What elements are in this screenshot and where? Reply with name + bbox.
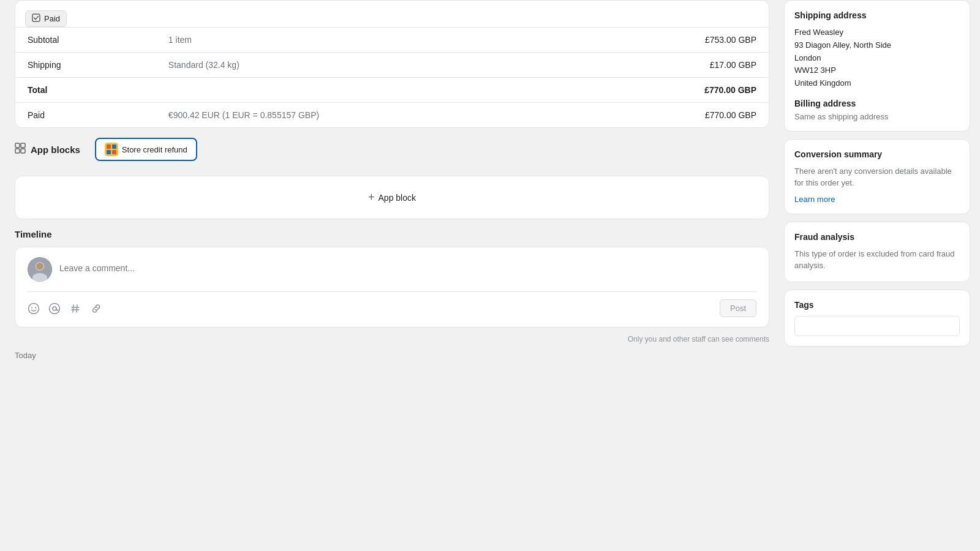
payment-table: Subtotal 1 item £753.00 GBP Shipping Sta…: [15, 27, 769, 127]
avatar: [28, 257, 52, 282]
shipping-address-card: Shipping address Fred Weasley 93 Diagon …: [784, 0, 970, 132]
conversion-text: There aren't any conversion details avai…: [794, 165, 960, 189]
shipping-label: Shipping: [15, 53, 156, 78]
shipping-middle: Standard (32.4 kg): [156, 53, 582, 78]
timeline-section: Timeline: [15, 229, 769, 360]
paid-badge-icon: [32, 13, 40, 24]
svg-rect-3: [15, 149, 20, 153]
link-button[interactable]: [90, 302, 102, 315]
shipping-row: Shipping Standard (32.4 kg) £17.00 GBP: [15, 53, 769, 78]
svg-rect-2: [21, 143, 25, 148]
tags-card: Tags: [784, 290, 970, 347]
payment-summary-card: Paid Subtotal 1 item £753.00 GBP Shippin…: [15, 0, 769, 128]
subtotal-row: Subtotal 1 item £753.00 GBP: [15, 28, 769, 53]
store-credit-icon: [105, 143, 118, 156]
app-blocks-header: App blocks: [15, 143, 80, 156]
subtotal-label: Subtotal: [15, 28, 156, 53]
billing-same-text: Same as shipping address: [794, 112, 960, 121]
learn-more-link[interactable]: Learn more: [794, 195, 835, 204]
total-middle: [156, 78, 582, 103]
store-credit-tab-label: Store credit refund: [122, 145, 187, 154]
comment-input[interactable]: [59, 257, 756, 279]
svg-rect-1: [15, 143, 20, 148]
add-app-block-button[interactable]: + App block: [15, 176, 769, 219]
fraud-analysis-card: Fraud analysis This type of order is exc…: [784, 222, 970, 282]
app-blocks-title: App blocks: [31, 144, 80, 155]
svg-line-21: [73, 305, 74, 312]
timeline-today: Today: [15, 351, 769, 360]
mention-button[interactable]: [48, 302, 61, 315]
comment-toolbar: Post: [28, 291, 756, 317]
subtotal-middle: 1 item: [156, 28, 582, 53]
total-row: Total £770.00 GBP: [15, 78, 769, 103]
svg-point-20: [53, 307, 56, 310]
add-app-block-label: App block: [379, 193, 416, 203]
emoji-button[interactable]: [28, 302, 40, 315]
tags-title: Tags: [794, 300, 960, 310]
plus-icon: +: [368, 191, 375, 204]
conversion-summary-card: Conversion summary There aren't any conv…: [784, 139, 970, 214]
paid-row: Paid €900.42 EUR (1 EUR = 0.855157 GBP) …: [15, 103, 769, 128]
svg-point-19: [50, 303, 60, 313]
total-label: Total: [15, 78, 156, 103]
toolbar-icons: [28, 302, 710, 315]
paid-badge-label: Paid: [44, 14, 60, 23]
svg-point-15: [37, 263, 43, 270]
hashtag-button[interactable]: [69, 302, 81, 315]
store-credit-tab[interactable]: Store credit refund: [95, 138, 197, 161]
paid-label: Paid: [15, 103, 156, 128]
billing-address-title: Billing address: [794, 99, 960, 108]
paid-badge: Paid: [25, 10, 67, 27]
shipping-street: 93 Diagon Alley, North Side: [794, 39, 960, 52]
svg-rect-6: [107, 144, 111, 149]
svg-rect-9: [112, 150, 116, 154]
avatar-image: [28, 257, 52, 282]
timeline-title: Timeline: [15, 229, 769, 239]
post-button[interactable]: Post: [720, 299, 756, 317]
total-amount: £770.00 GBP: [582, 78, 769, 103]
shipping-city: London: [794, 52, 960, 65]
svg-rect-4: [21, 149, 25, 153]
staff-note: Only you and other staff can see comment…: [15, 335, 769, 343]
fraud-text: This type of order is excluded from card…: [794, 248, 960, 272]
svg-point-18: [35, 307, 36, 308]
svg-point-17: [31, 307, 32, 308]
comment-card: Post: [15, 247, 769, 328]
paid-middle: €900.42 EUR (1 EUR = 0.855157 GBP): [156, 103, 582, 128]
svg-rect-8: [107, 150, 111, 154]
app-blocks-icon: [15, 143, 26, 156]
shipping-postcode: WW12 3HP: [794, 64, 960, 77]
svg-point-16: [29, 303, 39, 313]
shipping-amount: £17.00 GBP: [582, 53, 769, 78]
svg-rect-7: [112, 144, 116, 149]
app-blocks-tabs: Store credit refund: [95, 138, 197, 161]
paid-amount: £770.00 GBP: [582, 103, 769, 128]
tags-input[interactable]: [794, 316, 960, 336]
comment-input-area: [28, 257, 756, 282]
subtotal-amount: £753.00 GBP: [582, 28, 769, 53]
shipping-country: United Kingdom: [794, 77, 960, 90]
shipping-address-title: Shipping address: [794, 10, 960, 20]
fraud-title: Fraud analysis: [794, 232, 960, 242]
shipping-name: Fred Weasley: [794, 26, 960, 39]
conversion-title: Conversion summary: [794, 149, 960, 159]
svg-line-22: [77, 305, 77, 312]
app-blocks-section: App blocks: [15, 138, 769, 219]
